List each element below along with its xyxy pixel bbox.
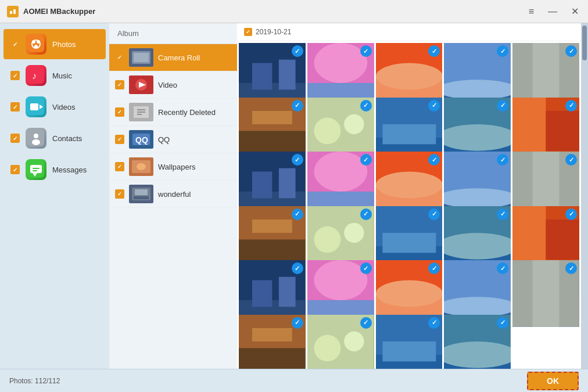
svg-point-111 [376,280,443,307]
album-item-wonderful[interactable]: wonderful [109,181,237,208]
photo-check-badge-15[interactable]: ✓ [565,154,577,166]
photo-cell-28[interactable]: ✓ [376,315,443,369]
svg-rect-71 [546,110,579,150]
album-panel: Album Camera Roll [109,23,237,369]
recently-deleted-name: Recently Deleted [158,108,216,117]
svg-point-7 [34,45,38,48]
photo-cell-27[interactable]: ✓ [307,315,374,369]
camera-roll-check[interactable] [115,53,124,62]
photo-check-badge-6[interactable]: ✓ [292,100,303,112]
album-item-qq[interactable]: QQ QQ [109,126,237,153]
sidebar-contacts-label: Contacts [52,134,82,143]
photo-cell-25[interactable]: ✓ [512,260,579,327]
album-item-video[interactable]: Video [109,71,237,99]
photo-check-badge-11[interactable]: ✓ [292,154,303,166]
photo-check-badge-26[interactable]: ✓ [292,317,303,329]
svg-point-84 [444,188,511,208]
photo-cell-26[interactable]: ✓ [239,315,306,369]
svg-rect-45 [279,60,296,90]
svg-rect-74 [252,171,272,198]
photo-check-badge-28[interactable]: ✓ [428,317,440,329]
video-thumb [129,75,153,94]
sidebar-item-videos[interactable]: Videos [3,92,106,122]
album-item-camera-roll[interactable]: Camera Roll [109,44,237,71]
svg-rect-40 [134,196,149,199]
svg-rect-1 [10,11,12,14]
svg-point-114 [444,297,511,317]
wallpapers-name: Wallpapers [158,163,196,171]
svg-point-5 [32,40,35,44]
sidebar-messages-checkbox[interactable] [10,165,20,174]
photo-check-badge-17[interactable]: ✓ [360,208,372,220]
photo-check-badge-20[interactable]: ✓ [565,208,577,220]
svg-rect-59 [252,110,292,124]
photo-panel: 2019-10-21 ✓✓✓✓✓✓✓✓✓✓✓✓✓✓✓✓✓✓✓✓✓✓✓✓✓✓✓✓✓ [237,23,581,369]
photo-cell-29[interactable]: ✓ [444,315,511,369]
photo-check-badge-25[interactable]: ✓ [565,262,577,274]
wonderful-check[interactable] [115,189,124,199]
ok-button[interactable]: OK [527,372,579,390]
photo-check-badge-29[interactable]: ✓ [497,317,508,329]
photo-grid: ✓✓✓✓✓✓✓✓✓✓✓✓✓✓✓✓✓✓✓✓✓✓✓✓✓✓✓✓✓ [237,41,581,369]
videos-icon [26,96,46,117]
title-bar-left: AOMEI MBackupper [7,6,95,17]
photo-check-badge-2[interactable]: ✓ [360,45,372,57]
menu-button[interactable]: ≡ [526,6,536,17]
album-item-recently-deleted[interactable]: Recently Deleted [109,99,237,126]
sidebar-item-music[interactable]: ♪ Music [3,60,106,91]
sidebar-item-contacts[interactable]: Contacts [3,123,106,153]
sidebar-contacts-checkbox[interactable] [10,134,20,143]
svg-rect-116 [533,260,560,327]
photo-check-badge-7[interactable]: ✓ [360,100,372,112]
sidebar-messages-label: Messages [52,166,87,174]
photo-check-badge-1[interactable]: ✓ [292,45,303,57]
sidebar-item-photos[interactable]: Photos [3,29,106,59]
photo-check-badge-27[interactable]: ✓ [360,317,372,329]
qq-thumb: QQ [129,130,153,149]
sidebar-item-messages[interactable]: Messages [3,154,106,185]
photo-check-badge-16[interactable]: ✓ [292,208,303,220]
sidebar-videos-label: Videos [52,103,76,112]
status-bar: Photos: 112/112 OK [0,369,588,392]
svg-point-37 [137,163,146,170]
right-scrollbar[interactable] [581,23,588,369]
svg-point-6 [37,40,40,44]
photo-check-badge-19[interactable]: ✓ [497,208,508,220]
camera-roll-thumb [129,48,153,67]
qq-name: QQ [158,135,170,144]
svg-point-91 [314,226,340,253]
wallpapers-check[interactable] [115,162,124,171]
svg-rect-19 [33,168,40,169]
app-title: AOMEI MBackupper [23,7,95,16]
photo-check-badge-9[interactable]: ✓ [497,100,508,112]
photo-check-badge-5[interactable]: ✓ [565,45,577,57]
photo-check-badge-12[interactable]: ✓ [360,154,372,166]
sidebar-videos-checkbox[interactable] [10,102,20,112]
qq-check[interactable] [115,135,124,144]
minimize-button[interactable]: — [546,6,560,17]
date-check[interactable] [244,28,252,36]
svg-point-61 [314,117,340,144]
sidebar-music-checkbox[interactable] [10,71,20,80]
close-button[interactable]: ✕ [569,6,581,17]
svg-point-122 [344,331,364,351]
svg-rect-20 [33,170,37,171]
sidebar-photos-label: Photos [52,40,76,49]
svg-point-128 [444,341,511,368]
svg-rect-11 [30,103,38,110]
photo-check-badge-10[interactable]: ✓ [565,100,577,112]
svg-rect-2 [13,9,16,14]
photo-check-badge-21[interactable]: ✓ [292,262,303,274]
photo-check-badge-8[interactable]: ✓ [428,100,440,112]
sidebar-photos-checkbox[interactable] [10,39,20,49]
sidebar: Photos ♪ Music Videos [0,23,109,369]
video-check[interactable] [115,80,124,89]
photo-check-badge-22[interactable]: ✓ [360,262,372,274]
svg-point-121 [314,335,340,361]
main-container: Photos ♪ Music Videos [0,23,588,369]
recently-deleted-check[interactable] [115,107,124,117]
photos-icon [26,34,46,55]
photo-check-badge-18[interactable]: ✓ [428,208,440,220]
camera-roll-name: Camera Roll [158,53,200,62]
album-item-wallpapers[interactable]: Wallpapers [109,153,237,181]
